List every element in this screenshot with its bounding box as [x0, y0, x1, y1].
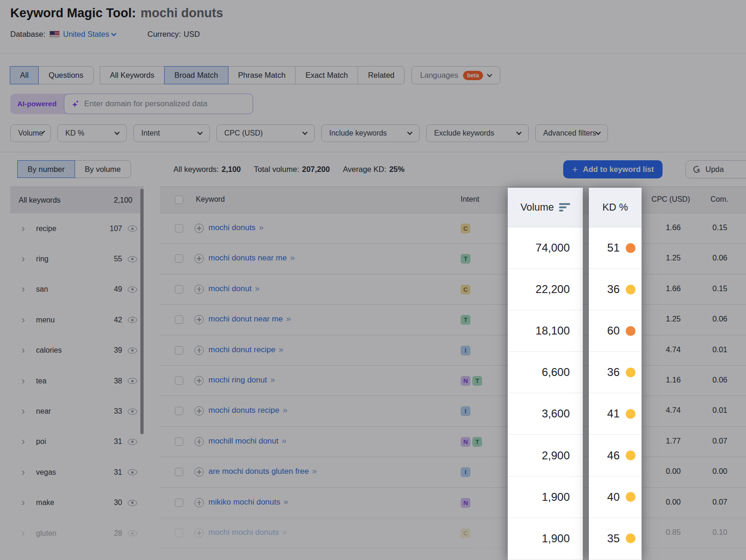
- kd-cell: 51: [589, 227, 642, 269]
- keyword-magic-tool-page: Keyword Magic Tool:mochi donuts Database…: [0, 0, 746, 560]
- volume-value: 6,600: [542, 366, 570, 379]
- volume-value: 3,600: [542, 407, 570, 420]
- volume-value: 1,900: [542, 532, 570, 545]
- kd-cell: 36: [589, 269, 642, 310]
- kd-cell: 36: [589, 352, 642, 393]
- kd-cell: 60: [589, 310, 642, 352]
- volume-column-header[interactable]: Volume: [508, 188, 583, 227]
- volume-cell: 18,100: [508, 310, 583, 352]
- kd-cell: 40: [589, 477, 642, 518]
- kd-difficulty-dot: [626, 451, 635, 460]
- volume-value: 2,900: [542, 449, 570, 462]
- kd-difficulty-dot: [626, 285, 635, 294]
- kd-value: 41: [607, 407, 620, 420]
- volume-value: 74,000: [536, 241, 570, 254]
- kd-cell: 46: [589, 435, 642, 476]
- kd-difficulty-dot: [626, 368, 635, 377]
- kd-value: 36: [607, 283, 620, 296]
- kd-value: 35: [607, 532, 620, 545]
- kd-difficulty-dot: [626, 409, 635, 419]
- spotlight-kd-column: KD % 51 36 60 36: [589, 188, 642, 560]
- kd-header-label: KD %: [602, 202, 628, 213]
- kd-cell: 41: [589, 393, 642, 435]
- kd-value: 36: [607, 366, 620, 379]
- volume-cell: 1,900: [508, 477, 583, 518]
- kd-difficulty-dot: [626, 533, 635, 543]
- kd-difficulty-dot: [626, 243, 635, 253]
- volume-cell: 22,200: [508, 269, 583, 310]
- kd-value: 60: [607, 324, 620, 337]
- volume-cell: 6,600: [508, 352, 583, 393]
- kd-difficulty-dot: [626, 326, 635, 336]
- volume-value: 1,900: [542, 491, 570, 504]
- volume-header-label: Volume: [520, 202, 554, 213]
- volume-cell: 3,600: [508, 393, 583, 435]
- kd-values: 51 36 60 36 41: [589, 227, 642, 560]
- sort-descending-icon: [559, 203, 570, 211]
- volume-value: 18,100: [536, 324, 570, 337]
- volume-cell: 2,900: [508, 435, 583, 476]
- kd-value: 51: [607, 241, 620, 254]
- spotlight-volume-column: Volume 74,00022,20018,1006,6003,6002,900…: [508, 188, 583, 560]
- kd-value: 40: [607, 491, 620, 504]
- kd-column-header[interactable]: KD %: [589, 188, 642, 227]
- volume-values: 74,00022,20018,1006,6003,6002,9001,9001,…: [508, 227, 583, 560]
- volume-cell: 1,900: [508, 518, 583, 560]
- volume-value: 22,200: [536, 283, 570, 296]
- kd-difficulty-dot: [626, 492, 635, 502]
- volume-cell: 74,000: [508, 227, 583, 269]
- kd-value: 46: [607, 449, 620, 462]
- kd-cell: 35: [589, 518, 642, 560]
